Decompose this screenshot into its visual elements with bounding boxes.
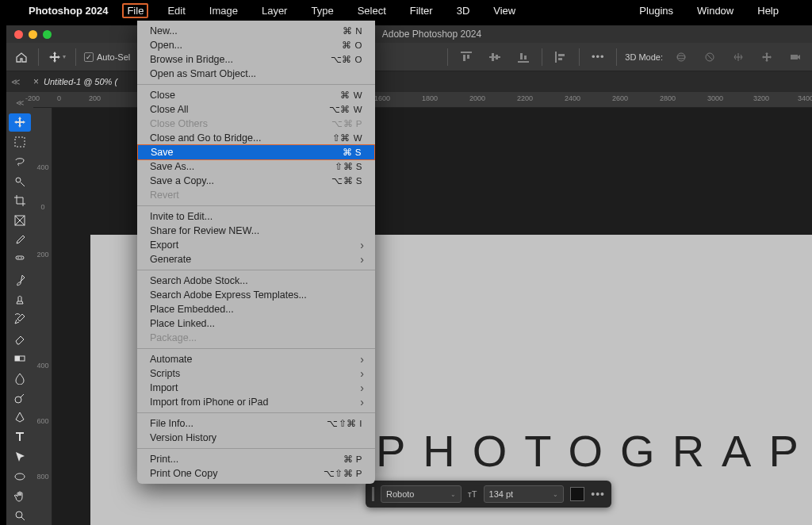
auto-select-checkbox[interactable]: ✓Auto-Sel — [84, 52, 130, 62]
close-tab-icon[interactable]: × — [33, 76, 39, 87]
font-family-select[interactable]: Roboto⌄ — [381, 485, 462, 503]
svg-rect-3 — [489, 56, 500, 58]
menu-filter[interactable]: Filter — [405, 3, 438, 18]
healing-brush-tool[interactable] — [9, 251, 31, 270]
3d-slide-icon[interactable] — [756, 48, 777, 67]
menu-help[interactable]: Help — [753, 3, 783, 18]
menu-item-save[interactable]: Save⌘ S — [137, 144, 375, 160]
zoom-tool[interactable] — [9, 507, 31, 525]
file-menu-dropdown: New...⌘ NOpen...⌘ OBrowse in Bridge...⌥⌘… — [137, 21, 375, 484]
lasso-tool[interactable] — [9, 152, 31, 171]
align-vcenter-icon[interactable] — [485, 48, 505, 67]
menu-item-generate[interactable]: Generate — [137, 252, 375, 266]
3d-roll-icon[interactable] — [699, 48, 720, 67]
menu-image[interactable]: Image — [205, 3, 243, 18]
ruler-vertical[interactable]: 4000200400600800 — [33, 108, 52, 525]
svg-rect-2 — [467, 55, 469, 59]
align-bottom-icon[interactable] — [513, 48, 534, 67]
hand-tool[interactable] — [9, 487, 31, 505]
menu-layer[interactable]: Layer — [257, 3, 293, 18]
3d-pan-icon[interactable] — [728, 48, 749, 67]
svg-rect-7 — [520, 53, 523, 59]
menu-item-scripts[interactable]: Scripts — [137, 366, 375, 381]
menu-item-save-as[interactable]: Save As...⇧⌘ S — [137, 159, 375, 174]
marquee-tool[interactable] — [9, 133, 31, 151]
dodge-tool[interactable] — [9, 389, 31, 407]
menu-item-close[interactable]: Close⌘ W — [137, 88, 375, 102]
menu-item-automate[interactable]: Automate — [137, 352, 375, 366]
menu-item-print-one-copy[interactable]: Print One Copy⌥⇧⌘ P — [137, 466, 375, 481]
menu-type[interactable]: Type — [306, 3, 338, 18]
eyedropper-tool[interactable] — [9, 232, 31, 250]
clone-stamp-tool[interactable] — [9, 290, 31, 308]
menu-item-file-info[interactable]: File Info...⌥⇧⌘ I — [137, 416, 375, 431]
menu-item-place-embedded[interactable]: Place Embedded... — [137, 302, 375, 316]
font-size-select[interactable]: 134 pt⌄ — [484, 485, 565, 503]
menu-item-save-a-copy[interactable]: Save a Copy...⌥⌘ S — [137, 174, 375, 188]
quick-select-tool[interactable] — [9, 172, 31, 190]
drag-handle-icon[interactable] — [372, 487, 374, 501]
move-tool-icon[interactable]: ▾ — [47, 48, 67, 67]
menu-item-version-history[interactable]: Version History — [137, 431, 375, 445]
home-button[interactable] — [13, 48, 30, 66]
close-window-button[interactable] — [14, 30, 23, 39]
menu-item-close-all[interactable]: Close All⌥⌘ W — [137, 102, 375, 117]
maximize-window-button[interactable] — [43, 30, 52, 39]
3d-orbit-icon[interactable] — [671, 48, 691, 67]
menu-item-search-adobe-express-templates[interactable]: Search Adobe Express Templates... — [137, 288, 375, 302]
menu-item-export[interactable]: Export — [137, 238, 375, 252]
more-options-icon[interactable]: ••• — [588, 48, 608, 67]
menu-3d[interactable]: 3D — [452, 3, 475, 18]
menu-item-import-from-iphone-or-ipad[interactable]: Import from iPhone or iPad — [137, 395, 375, 409]
menu-item-place-linked[interactable]: Place Linked... — [137, 316, 375, 331]
menu-item-close-and-go-to-bridge[interactable]: Close and Go to Bridge...⇧⌘ W — [137, 131, 375, 145]
menu-item-open-as-smart-object[interactable]: Open as Smart Object... — [137, 67, 375, 81]
frame-tool[interactable] — [9, 212, 31, 230]
menu-item-new[interactable]: New...⌘ N — [137, 24, 375, 38]
menu-edit[interactable]: Edit — [163, 3, 190, 18]
more-type-options-icon[interactable]: ••• — [591, 488, 605, 500]
canvas-text-layer[interactable]: PHOTOGRAPHY — [376, 425, 812, 477]
menu-item-open[interactable]: Open...⌘ O — [137, 38, 375, 52]
menu-item-print[interactable]: Print...⌘ P — [137, 452, 375, 466]
minimize-window-button[interactable] — [29, 30, 37, 39]
svg-point-24 — [15, 397, 21, 403]
move-tool[interactable] — [9, 113, 31, 132]
document-tab[interactable]: ×Untitled-1 @ 50% ( — [25, 73, 125, 90]
menu-item-import[interactable]: Import — [137, 381, 375, 395]
ellipse-tool[interactable] — [9, 467, 31, 485]
pen-tool[interactable] — [9, 408, 31, 427]
window-titlebar: Adobe Photoshop 2024 — [6, 25, 812, 43]
type-tool[interactable] — [9, 428, 31, 446]
gradient-tool[interactable] — [9, 350, 31, 368]
menu-window[interactable]: Window — [692, 3, 738, 18]
text-color-swatch[interactable] — [570, 487, 584, 501]
eraser-tool[interactable] — [9, 330, 31, 348]
menu-select[interactable]: Select — [353, 3, 391, 18]
brush-tool[interactable] — [9, 270, 31, 289]
align-left-icon[interactable] — [550, 48, 571, 67]
tab-prev-icon[interactable]: ≪ — [6, 77, 25, 87]
menu-item-invite-to-edit[interactable]: Invite to Edit... — [137, 209, 375, 224]
crop-tool[interactable] — [9, 192, 31, 210]
tools-panel: ≪ — [6, 92, 33, 525]
align-top-icon[interactable] — [456, 48, 477, 67]
app-name[interactable]: Photoshop 2024 — [29, 5, 108, 17]
svg-point-20 — [17, 257, 19, 259]
blur-tool[interactable] — [9, 369, 31, 387]
menu-view[interactable]: View — [488, 3, 520, 18]
menu-item-revert: Revert — [137, 188, 375, 202]
svg-rect-19 — [16, 256, 24, 259]
path-select-tool[interactable] — [9, 448, 31, 466]
svg-rect-0 — [461, 52, 472, 53]
history-brush-tool[interactable] — [9, 310, 31, 328]
menu-item-share-for-review-new[interactable]: Share for Review NEW... — [137, 224, 375, 238]
menu-item-search-adobe-stock[interactable]: Search Adobe Stock... — [137, 274, 375, 288]
svg-rect-9 — [555, 52, 557, 63]
traffic-lights — [6, 30, 52, 39]
menu-item-browse-in-bridge[interactable]: Browse in Bridge...⌥⌘ O — [137, 52, 375, 67]
svg-point-17 — [16, 178, 21, 182]
menu-plugins[interactable]: Plugins — [634, 3, 678, 18]
menu-file[interactable]: File — [122, 3, 148, 18]
3d-camera-icon[interactable] — [785, 48, 806, 67]
